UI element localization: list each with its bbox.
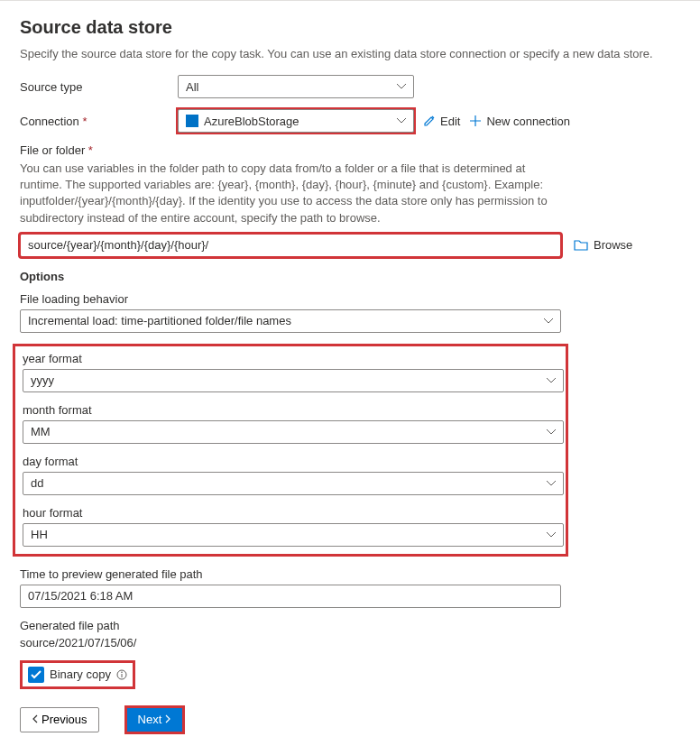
source-type-select[interactable]: All: [178, 75, 414, 98]
source-type-label: Source type: [20, 80, 169, 94]
file-folder-input[interactable]: [20, 234, 561, 257]
connection-select[interactable]: AzureBlobStorage: [178, 109, 414, 133]
day-format-select[interactable]: dd: [23, 472, 564, 495]
hour-format-value: HH: [31, 528, 48, 541]
file-loading-label: File loading behavior: [20, 292, 680, 306]
preview-time-input[interactable]: [20, 585, 561, 608]
browse-text: Browse: [594, 238, 632, 252]
generated-path-label: Generated file path: [20, 619, 680, 632]
preview-time-label: Time to preview generated file path: [20, 567, 680, 581]
file-loading-select[interactable]: Incremental load: time-partitioned folde…: [20, 309, 561, 333]
azure-storage-icon: [186, 115, 198, 127]
month-format-label: month format: [23, 403, 558, 417]
next-button-text: Next: [138, 713, 162, 726]
previous-button-text: Previous: [41, 713, 88, 726]
source-type-value: All: [186, 80, 198, 94]
options-heading: Options: [20, 270, 680, 283]
year-format-value: yyyy: [31, 373, 54, 387]
next-button[interactable]: Next: [126, 707, 184, 732]
svg-point-2: [121, 671, 123, 673]
page-description: Specify the source data store for the co…: [20, 47, 680, 60]
chevron-down-icon: [547, 481, 556, 486]
generated-path-value: source/2021/07/15/06/: [20, 636, 680, 649]
chevron-right-icon: [165, 713, 171, 726]
edit-connection-button[interactable]: Edit: [423, 115, 460, 128]
day-format-label: day format: [23, 455, 558, 468]
connection-value: AzureBlobStorage: [204, 115, 299, 128]
chevron-down-icon: [547, 378, 556, 383]
page-title: Source data store: [20, 17, 680, 38]
file-folder-help: You can use variables in the folder path…: [20, 161, 570, 226]
hour-format-label: hour format: [23, 506, 558, 520]
binary-copy-checkbox[interactable]: Binary copy: [28, 667, 127, 683]
hour-format-select[interactable]: HH: [23, 523, 564, 547]
chevron-down-icon: [547, 429, 556, 435]
month-format-value: MM: [31, 425, 51, 438]
edit-icon: [423, 115, 436, 127]
connection-label: Connection: [20, 115, 169, 128]
checkbox-checked-icon: [28, 667, 44, 683]
file-loading-value: Incremental load: time-partitioned folde…: [28, 314, 291, 327]
year-format-select[interactable]: yyyy: [23, 369, 564, 392]
previous-button[interactable]: Previous: [20, 707, 99, 732]
browse-button[interactable]: Browse: [574, 238, 632, 252]
chevron-down-icon: [397, 118, 406, 124]
day-format-value: dd: [31, 476, 43, 490]
chevron-down-icon: [397, 84, 406, 89]
folder-icon: [574, 239, 588, 251]
year-format-label: year format: [23, 352, 558, 365]
plus-icon: [469, 115, 482, 127]
binary-copy-label: Binary copy: [50, 668, 111, 681]
new-connection-button[interactable]: New connection: [469, 115, 570, 128]
chevron-left-icon: [32, 713, 38, 726]
file-folder-label: File or folder: [20, 143, 680, 157]
edit-connection-text: Edit: [440, 115, 460, 128]
new-connection-text: New connection: [486, 115, 570, 128]
chevron-down-icon: [547, 532, 556, 538]
month-format-select[interactable]: MM: [23, 420, 564, 444]
info-icon: [116, 669, 127, 680]
chevron-down-icon: [544, 318, 553, 324]
